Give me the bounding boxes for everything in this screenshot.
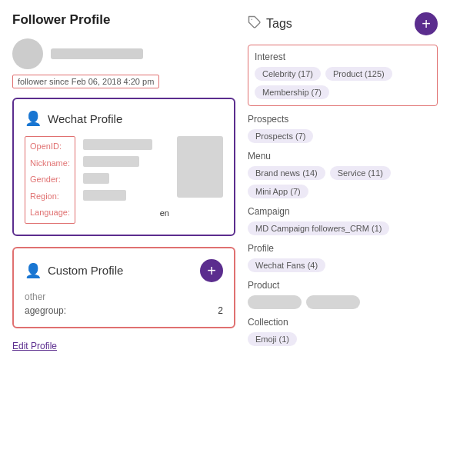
- profile-labels: OpenID: Nickname: Gender: Region: Langua…: [25, 136, 75, 224]
- menu-label: Menu: [248, 151, 438, 161]
- campaign-label: Campaign: [248, 206, 438, 217]
- agegroup-value: 2: [218, 305, 223, 316]
- left-panel: Follower Profile follower since Feb 06, …: [12, 12, 235, 464]
- custom-person-icon: 👤: [25, 262, 42, 279]
- tag-chip[interactable]: Membership (7): [255, 85, 329, 99]
- custom-profile-row: agegroup: 2: [25, 305, 223, 316]
- product-chips: [248, 295, 438, 309]
- person-icon: 👤: [25, 110, 42, 127]
- nickname-value: [83, 156, 139, 167]
- custom-profile-left: 👤 Custom Profile: [25, 262, 123, 279]
- gender-label: Gender:: [30, 173, 70, 187]
- follower-since-badge: follower since Feb 06, 2018 4:20 pm: [12, 75, 159, 88]
- tag-chip[interactable]: Emoji (1): [248, 332, 297, 346]
- gender-value: [83, 173, 109, 184]
- right-panel: Tags + Interest Celebrity (17) Product (…: [248, 12, 438, 464]
- tags-title: Tags: [266, 17, 292, 31]
- prospects-section: Prospects Prospects (7): [248, 114, 438, 143]
- region-value: [83, 190, 126, 201]
- nickname-label: Nickname:: [30, 157, 70, 171]
- collection-section: Collection Emoji (1): [248, 317, 438, 346]
- wechat-profile-header: 👤 Wechat Profile: [25, 110, 223, 127]
- interest-label: Interest: [255, 52, 431, 62]
- tag-chip[interactable]: Mini App (7): [248, 185, 308, 198]
- page-title: Follower Profile: [12, 12, 235, 28]
- agegroup-label: agegroup:: [25, 305, 66, 316]
- collection-label: Collection: [248, 317, 438, 328]
- product-section: Product: [248, 280, 438, 309]
- collection-chips: Emoji (1): [248, 332, 438, 346]
- tag-icon: [248, 15, 262, 32]
- profile-chips: Wechat Fans (4): [248, 258, 438, 272]
- menu-section: Menu Brand news (14) Service (11) Mini A…: [248, 151, 438, 198]
- edit-profile-link[interactable]: Edit Profile: [12, 341, 57, 351]
- tag-chip[interactable]: Celebrity (17): [255, 67, 321, 81]
- interest-section: Interest Celebrity (17) Product (125) Me…: [248, 45, 438, 106]
- profile-values: en: [83, 136, 169, 224]
- tags-header-left: Tags: [248, 15, 292, 32]
- tag-chip[interactable]: Product (125): [325, 67, 392, 81]
- custom-profile-section: other: [25, 291, 223, 302]
- openid-value: [83, 139, 152, 150]
- name-blur: [51, 48, 143, 59]
- tag-chip[interactable]: MD Campaign followers_CRM (1): [248, 221, 389, 235]
- interest-chips: Celebrity (17) Product (125) Membership …: [255, 67, 431, 99]
- add-tag-button[interactable]: +: [415, 12, 438, 35]
- profile-section: Profile Wechat Fans (4): [248, 243, 438, 272]
- custom-profile-card: 👤 Custom Profile + other agegroup: 2: [12, 247, 235, 328]
- profile-label: Profile: [248, 243, 438, 254]
- prospects-chips: Prospects (7): [248, 129, 438, 143]
- follower-header: [12, 38, 235, 69]
- product-chip-blur-1: [248, 295, 302, 309]
- campaign-chips: MD Campaign followers_CRM (1): [248, 221, 438, 235]
- tags-header: Tags +: [248, 12, 438, 35]
- wechat-profile-title: Wechat Profile: [48, 112, 122, 125]
- avatar: [12, 38, 43, 69]
- profile-fields: OpenID: Nickname: Gender: Region: Langua…: [25, 136, 223, 224]
- language-value: en: [83, 207, 169, 221]
- openid-label: OpenID:: [30, 140, 70, 154]
- custom-profile-title: Custom Profile: [48, 264, 123, 277]
- region-label: Region:: [30, 190, 70, 204]
- custom-profile-header: 👤 Custom Profile +: [25, 259, 223, 282]
- campaign-section: Campaign MD Campaign followers_CRM (1): [248, 206, 438, 235]
- tag-chip[interactable]: Service (11): [330, 166, 391, 180]
- tag-chip[interactable]: Prospects (7): [248, 129, 313, 143]
- tag-chip[interactable]: Brand news (14): [248, 166, 325, 180]
- prospects-label: Prospects: [248, 114, 438, 125]
- profile-photo: [177, 136, 223, 198]
- product-label: Product: [248, 280, 438, 291]
- language-label: Language:: [30, 206, 70, 220]
- product-chip-blur-2: [306, 295, 360, 309]
- menu-chips: Brand news (14) Service (11) Mini App (7…: [248, 166, 438, 198]
- tag-chip[interactable]: Wechat Fans (4): [248, 258, 325, 272]
- add-custom-profile-button[interactable]: +: [200, 259, 223, 282]
- wechat-profile-card: 👤 Wechat Profile OpenID: Nickname: Gende…: [12, 98, 235, 236]
